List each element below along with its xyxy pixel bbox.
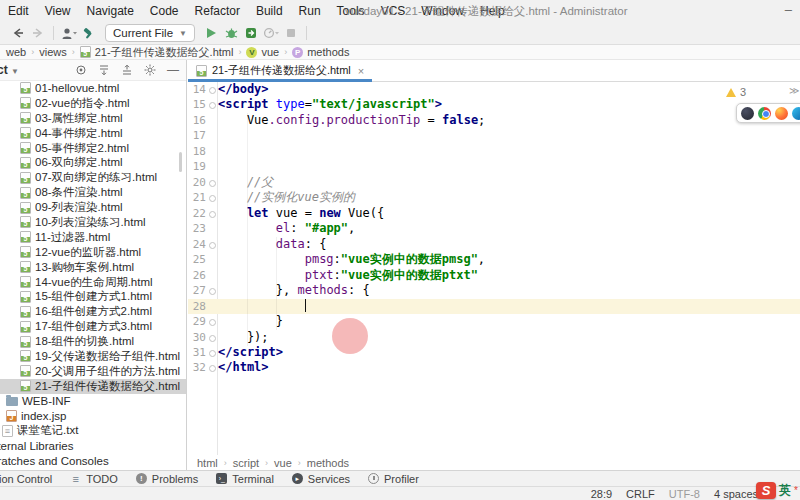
tree-item[interactable]: 11-过滤器.html [0,230,186,245]
fold-marker[interactable] [206,360,218,375]
profiler-run-icon[interactable] [261,24,281,42]
run-config-select[interactable]: Current File▼ [105,24,195,42]
line-number[interactable]: 30 [188,330,206,345]
stop-icon[interactable] [281,24,301,42]
toolwindow-button-problems[interactable]: Problems [127,473,207,485]
line-number[interactable]: 18 [188,144,206,159]
run-icon[interactable] [201,24,221,42]
code-line[interactable]: 28 [188,299,800,314]
toolwindow-button-terminal[interactable]: Terminal [207,473,283,485]
line-number[interactable]: 23 [188,221,206,236]
line-number[interactable]: 25 [188,252,206,267]
collapse-all-icon[interactable] [121,64,133,76]
line-number[interactable]: 21 [188,190,206,205]
tree-item[interactable]: 13-购物车案例.html [0,260,186,275]
code-line[interactable]: 32</html> [188,360,800,375]
line-number[interactable]: 22 [188,206,206,221]
tree-item[interactable]: Scratches and Consoles [0,453,186,468]
tree-item[interactable]: 19-父传递数据给子组件.html [0,349,186,364]
tree-item[interactable]: 课堂笔记.txt [0,423,186,438]
menu-item-navigate[interactable]: Navigate [78,0,141,22]
breadcrumb-segment[interactable]: Vvue [246,46,279,58]
tree-item[interactable]: 01-hellovue.html [0,81,186,96]
minimize-button[interactable]: – [785,0,792,20]
coverage-icon[interactable] [241,24,261,42]
tree-item[interactable]: index.jsp [0,409,186,424]
code-line[interactable]: 25pmsg:"vue实例中的数据pmsg", [188,252,800,267]
tree-item[interactable]: 12-vue的监听器.html [0,245,186,260]
tree-item[interactable]: 10-列表渲染练习.html [0,215,186,230]
code-line[interactable]: 21//实例化vue实例的 [188,190,800,205]
tab-21-file[interactable]: 21-子组件传递数据给父.html × [188,60,372,81]
editor-breadcrumb-script[interactable]: script [233,457,259,469]
firefox-icon[interactable] [775,107,788,120]
line-number[interactable]: 24 [188,237,206,252]
fold-marker[interactable] [206,190,218,205]
back-icon[interactable] [8,24,28,42]
fold-marker[interactable] [206,82,218,97]
locate-file-icon[interactable] [75,64,87,76]
close-icon[interactable]: × [358,65,364,77]
line-number[interactable]: 15 [188,97,206,112]
fold-marker[interactable] [206,97,218,112]
menu-item-view[interactable]: View [37,0,79,22]
edge-icon[interactable] [792,107,800,120]
tree-scrollbar[interactable] [179,152,182,172]
line-number[interactable]: 26 [188,268,206,283]
tree-item[interactable]: 09-列表渲染.html [0,200,186,215]
debug-icon[interactable] [221,24,241,42]
forward-icon[interactable] [28,24,48,42]
status-indent-size[interactable]: 4 spaces [714,488,758,500]
fold-marker[interactable] [206,283,218,298]
tree-item[interactable]: 16-组件创建方式2.html [0,304,186,319]
code-line[interactable]: 16Vue.config.productionTip = false; [188,113,800,128]
sogou-icon[interactable]: S [756,482,776,499]
editor-breadcrumb-vue[interactable]: vue [274,457,292,469]
toolwindow-button-profiler[interactable]: Profiler [359,473,428,485]
tree-item[interactable]: 20-父调用子组件的方法.html [0,364,186,379]
tree-item[interactable]: 08-条件渲染.html [0,185,186,200]
menu-item-refactor[interactable]: Refactor [187,0,248,22]
code-line[interactable]: 23el: "#app", [188,221,800,236]
line-number[interactable]: 27 [188,283,206,298]
inspections-warning-badge[interactable]: 3 [726,86,746,98]
status-file-encoding[interactable]: UTF-8 [669,488,700,500]
breadcrumb-segment[interactable]: Pmethods [292,46,349,58]
line-number[interactable]: 20 [188,175,206,190]
code-line[interactable]: 26ptxt:"vue实例中的数据ptxt" [188,268,800,283]
tree-item[interactable]: 21-子组件传递数据给父.html [0,379,186,394]
tree-item[interactable]: 06-双向绑定.html [0,155,186,170]
code-line[interactable]: 29} [188,314,800,329]
fold-marker[interactable] [206,314,218,329]
menu-item-run[interactable]: Run [291,0,329,22]
fold-marker[interactable] [206,175,218,190]
code-editor[interactable]: 14</body>15<script type="text/javascript… [188,82,800,455]
build-hammer-icon[interactable] [79,24,99,42]
breadcrumb-segment[interactable]: web [6,46,26,58]
hide-panel-icon[interactable]: ― [167,65,179,76]
code-line[interactable]: 24data: { [188,237,800,252]
tree-item[interactable]: External Libraries [0,438,186,453]
code-line[interactable]: 30}); [188,330,800,345]
menu-item-build[interactable]: Build [248,0,291,22]
line-number[interactable]: 31 [188,345,206,360]
code-line[interactable]: 19 [188,159,800,174]
tree-item[interactable]: 17-组件创建方式3.html [0,319,186,334]
line-number[interactable]: 29 [188,314,206,329]
code-line[interactable]: 15<script type="text/javascript"> [188,97,800,112]
tree-item[interactable]: 03-属性绑定.html [0,111,186,126]
gear-icon[interactable] [144,64,156,76]
tree-item[interactable]: 14-vue的生命周期.html [0,275,186,290]
editor-breadcrumb-html[interactable]: html [197,457,218,469]
toolwindow-button-services[interactable]: Services [283,473,359,485]
toolwindow-button-vc[interactable]: Version Control [0,473,61,485]
status-line-ending[interactable]: CRLF [626,488,655,500]
tree-item[interactable]: 07-双向绑定的练习.html [0,170,186,185]
fold-marker[interactable] [206,237,218,252]
breadcrumb-segment[interactable]: 21-子组件传递数据给父.html [80,45,234,60]
line-number[interactable]: 14 [188,82,206,97]
line-number[interactable]: 16 [188,113,206,128]
project-panel-title[interactable]: Project ▼ [0,63,19,77]
fold-marker[interactable] [206,345,218,360]
tree-item[interactable]: WEB-INF [0,394,186,409]
